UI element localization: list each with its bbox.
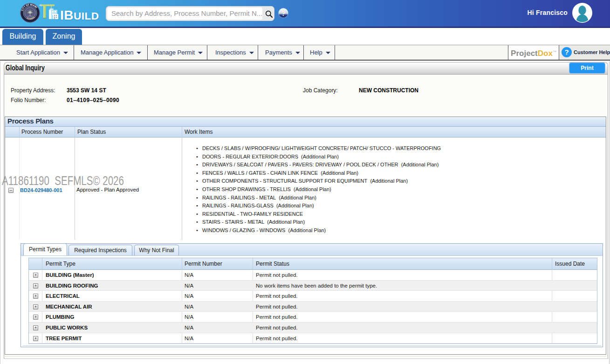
svg-text:?: ?	[281, 10, 286, 17]
